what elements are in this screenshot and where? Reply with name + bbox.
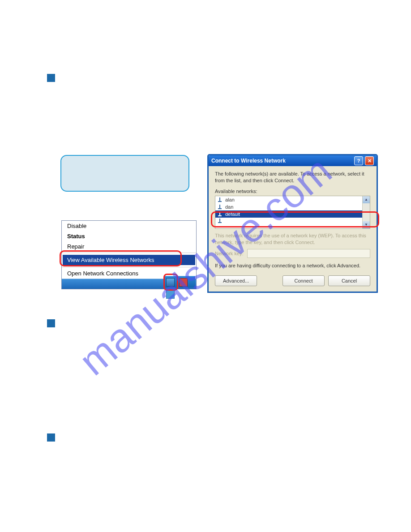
advanced-button[interactable]: Advanced... bbox=[215, 275, 257, 286]
adapter-tray-icon[interactable] bbox=[179, 278, 188, 287]
dialog-titlebar: Connect to Wireless Network ? ✕ bbox=[209, 155, 377, 166]
scroll-down-arrow[interactable]: ▼ bbox=[363, 221, 370, 228]
listbox-scrollbar[interactable]: ▲ ▼ bbox=[362, 196, 370, 228]
network-list-item[interactable]: dan bbox=[215, 203, 370, 210]
network-name: default bbox=[225, 211, 240, 217]
connect-button[interactable]: Connect bbox=[283, 275, 325, 286]
advanced-note: If you are having difficulty connecting … bbox=[215, 262, 370, 269]
menu-item-repair[interactable]: Repair bbox=[62, 241, 196, 252]
connect-wireless-dialog: Connect to Wireless Network ? ✕ The foll… bbox=[207, 154, 378, 293]
network-icon bbox=[218, 219, 223, 223]
network-icon bbox=[218, 205, 223, 209]
network-name: alan bbox=[225, 197, 235, 202]
dialog-title: Connect to Wireless Network bbox=[211, 158, 286, 164]
network-list-item[interactable]: alan bbox=[215, 196, 370, 203]
menu-divider bbox=[62, 253, 196, 253]
blue-square-bullet bbox=[47, 433, 55, 442]
close-button[interactable]: ✕ bbox=[365, 156, 374, 165]
scroll-up-arrow[interactable]: ▲ bbox=[363, 196, 370, 203]
menu-item-disable[interactable]: Disable bbox=[62, 221, 196, 231]
tooltip-box bbox=[60, 155, 189, 192]
menu-item-status[interactable]: Status bbox=[62, 231, 196, 241]
system-tray bbox=[165, 276, 195, 287]
network-key-input[interactable] bbox=[247, 249, 370, 258]
network-key-label: Network key: bbox=[215, 251, 244, 256]
network-list-item[interactable] bbox=[215, 218, 370, 224]
menu-item-view-available-wireless-networks[interactable]: View Available Wireless Networks bbox=[63, 255, 195, 265]
blue-square-bullet bbox=[47, 74, 55, 82]
network-tray-icon[interactable] bbox=[166, 278, 175, 287]
cancel-button[interactable]: Cancel bbox=[328, 275, 370, 286]
wep-key-note: This network requires the use of a netwo… bbox=[215, 232, 370, 246]
network-icon bbox=[218, 197, 223, 202]
blue-square-bullet bbox=[47, 319, 55, 327]
available-networks-label: Available networks: bbox=[215, 189, 370, 194]
network-name: dan bbox=[225, 204, 233, 210]
network-list-item-selected[interactable]: default bbox=[215, 210, 370, 218]
available-networks-list[interactable]: alan dan default ▲ ▼ bbox=[215, 196, 370, 229]
menu-divider bbox=[62, 267, 196, 267]
help-button[interactable]: ? bbox=[354, 156, 363, 165]
network-icon bbox=[218, 212, 223, 216]
wireless-tray-icon[interactable] bbox=[166, 290, 175, 299]
dialog-description: The following network(s) are available. … bbox=[215, 171, 370, 184]
